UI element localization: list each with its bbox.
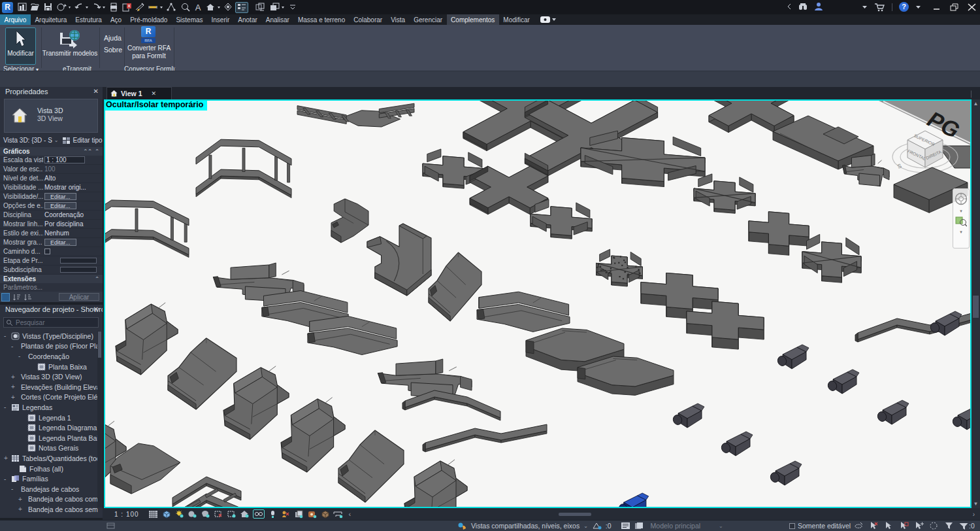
- svg-text:A: A: [195, 3, 201, 12]
- svg-text:S: S: [896, 162, 902, 169]
